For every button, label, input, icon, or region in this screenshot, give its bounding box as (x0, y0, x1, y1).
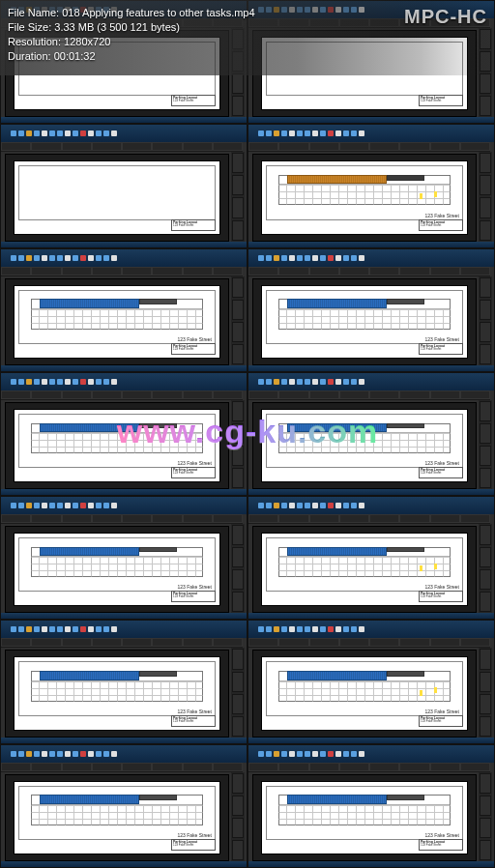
drawing-sheet: Parking Layout123 Fake Street123 Fake St… (261, 409, 468, 482)
sheet-caption: 123 Fake Street (424, 213, 459, 218)
cad-statusbar (1, 117, 247, 123)
title-block: Parking Layout123 Fake Street (171, 467, 216, 478)
cad-ribbon (1, 514, 243, 524)
thumbnail[interactable]: Parking Layout123 Fake Street123 Fake St… (248, 620, 495, 743)
title-block: Parking Layout123 Fake Street (171, 95, 216, 106)
sheet-caption: 123 Fake Street (177, 832, 212, 838)
floor-plan (31, 795, 203, 825)
cad-app-titlebar (1, 745, 247, 763)
cad-statusbar (1, 242, 247, 247)
title-block: Parking Layout123 Fake Street (171, 219, 216, 231)
thumbnail[interactable]: Parking Layout123 Fake Street123 Fake St… (248, 124, 495, 247)
thumbnail[interactable]: Parking Layout123 Fake Street123 Fake St… (248, 496, 495, 620)
cad-canvas: Parking Layout123 Fake Street (5, 154, 229, 241)
drawing-sheet: Parking Layout123 Fake Street123 Fake St… (261, 781, 468, 854)
drawing-sheet: Parking Layout123 Fake Street123 Fake St… (261, 656, 468, 730)
title-block: Parking Layout123 Fake Street (419, 591, 463, 602)
cad-app-titlebar (1, 373, 247, 391)
cad-statusbar (248, 861, 494, 867)
thumbnail[interactable]: Parking Layout123 Fake Street (0, 124, 248, 247)
sheet-caption: 123 Fake Street (424, 584, 459, 590)
cad-canvas: Parking Layout123 Fake Street123 Fake St… (5, 526, 229, 613)
floor-plan (278, 547, 451, 578)
cad-statusbar (1, 489, 247, 495)
floor-plan (31, 671, 203, 702)
cad-right-panel (479, 152, 492, 241)
cad-statusbar (248, 242, 494, 247)
cad-canvas: Parking Layout123 Fake Street123 Fake St… (5, 278, 229, 365)
floor-plan (31, 299, 203, 330)
title-block: Parking Layout123 Fake Street (419, 95, 463, 106)
cad-statusbar (248, 117, 494, 123)
title-block: Parking Layout123 Fake Street (419, 343, 463, 355)
cad-right-panel (479, 276, 492, 365)
title-block: Parking Layout123 Fake Street (419, 839, 463, 851)
cad-app-titlebar (248, 497, 494, 514)
cad-ribbon (248, 267, 490, 276)
cad-right-panel (231, 276, 245, 365)
video-info-overlay: File Name: 018 Applying features to othe… (0, 0, 495, 75)
drawing-sheet: Parking Layout123 Fake Street123 Fake St… (261, 285, 468, 359)
cad-statusbar (248, 489, 494, 495)
drawing-sheet: Parking Layout123 Fake Street123 Fake St… (14, 533, 220, 606)
floor-plan (31, 423, 203, 454)
floor-plan (278, 795, 451, 825)
floor-plan (31, 547, 203, 578)
cad-canvas: Parking Layout123 Fake Street123 Fake St… (252, 154, 477, 241)
thumbnail[interactable]: Parking Layout123 Fake Street123 Fake St… (248, 248, 495, 372)
cad-ribbon (248, 763, 490, 772)
cad-app-titlebar (248, 125, 494, 142)
drawing-sheet: Parking Layout123 Fake Street (14, 160, 220, 234)
cad-right-panel (231, 152, 245, 241)
floor-plan (278, 299, 451, 330)
sheet-caption: 123 Fake Street (424, 336, 459, 342)
file-metadata: File Name: 018 Applying features to othe… (8, 6, 255, 70)
thumbnail[interactable]: Parking Layout123 Fake Street123 Fake St… (0, 248, 248, 372)
thumbnail-grid: Parking Layout123 Fake StreetParking Lay… (0, 0, 495, 868)
cad-right-panel (479, 648, 492, 737)
sheet-caption: 123 Fake Street (177, 709, 212, 714)
cad-right-panel (231, 648, 245, 737)
sheet-caption: 123 Fake Street (424, 832, 459, 838)
cad-statusbar (1, 613, 247, 619)
cad-right-panel (231, 524, 245, 613)
title-block: Parking Layout123 Fake Street (419, 467, 463, 478)
cad-app-titlebar (248, 621, 494, 638)
thumbnail[interactable]: Parking Layout123 Fake Street123 Fake St… (0, 372, 248, 496)
title-block: Parking Layout123 Fake Street (171, 343, 216, 355)
floor-plan (278, 175, 451, 206)
cad-ribbon (1, 763, 243, 772)
cad-canvas: Parking Layout123 Fake Street123 Fake St… (252, 650, 477, 737)
cad-ribbon (1, 391, 243, 400)
cad-ribbon (248, 142, 490, 152)
cad-canvas: Parking Layout123 Fake Street123 Fake St… (252, 526, 477, 613)
cad-canvas: Parking Layout123 Fake Street123 Fake St… (5, 650, 229, 737)
cad-right-panel (231, 772, 245, 861)
thumbnail[interactable]: Parking Layout123 Fake Street123 Fake St… (0, 744, 248, 868)
cad-ribbon (1, 267, 243, 276)
drawing-sheet: Parking Layout123 Fake Street123 Fake St… (14, 656, 220, 730)
cad-right-panel (479, 524, 492, 613)
cad-app-titlebar (248, 745, 494, 763)
drawing-sheet: Parking Layout123 Fake Street123 Fake St… (14, 781, 220, 854)
sheet-caption: 123 Fake Street (424, 709, 459, 714)
cad-ribbon (1, 142, 243, 152)
cad-ribbon (248, 638, 490, 648)
thumbnail[interactable]: Parking Layout123 Fake Street123 Fake St… (0, 496, 248, 620)
sheet-caption: 123 Fake Street (177, 336, 212, 342)
title-block: Parking Layout123 Fake Street (171, 715, 216, 727)
floor-plan (278, 423, 451, 454)
thumbnail[interactable]: Parking Layout123 Fake Street123 Fake St… (0, 620, 248, 743)
thumbnail[interactable]: Parking Layout123 Fake Street123 Fake St… (248, 744, 495, 868)
cad-ribbon (248, 391, 490, 400)
cad-app-titlebar (1, 621, 247, 638)
cad-canvas: Parking Layout123 Fake Street123 Fake St… (252, 774, 477, 861)
floor-plan (278, 671, 451, 702)
cad-right-panel (231, 400, 245, 489)
cad-right-panel (479, 400, 492, 489)
title-block: Parking Layout123 Fake Street (419, 219, 463, 231)
cad-statusbar (248, 613, 494, 619)
cad-canvas: Parking Layout123 Fake Street123 Fake St… (5, 402, 229, 489)
cad-statusbar (1, 738, 247, 743)
thumbnail[interactable]: Parking Layout123 Fake Street123 Fake St… (248, 372, 495, 496)
